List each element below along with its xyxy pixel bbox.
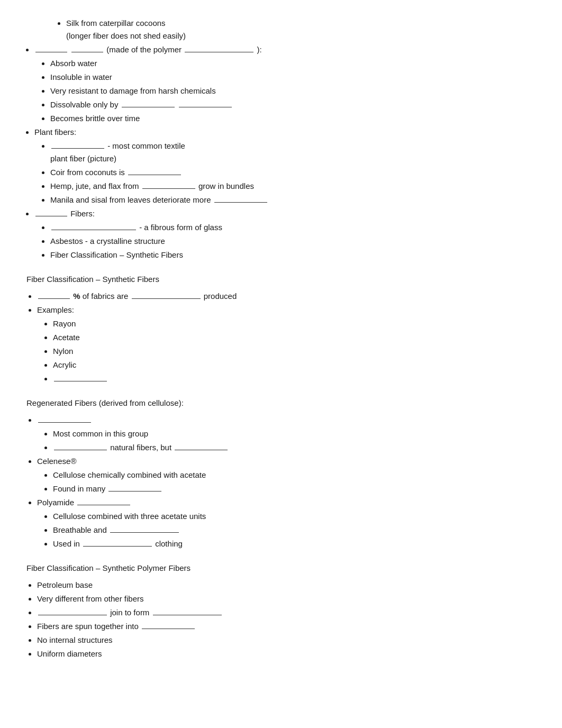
- produced-text: produced: [204, 292, 237, 301]
- natural-fibers-item: natural fibers, but: [53, 441, 536, 454]
- petroleum-base-item: Petroleum base: [37, 579, 536, 592]
- insoluble-water: Insoluble in water: [50, 71, 536, 84]
- absorb-water: Absorb water: [50, 57, 536, 70]
- examples-item: Examples: Rayon Acetate Nylon Acrylic: [37, 304, 536, 385]
- examples-sublist: Rayon Acetate Nylon Acrylic: [53, 317, 536, 385]
- mineral-fibers-item: Fibers: - a fibrous form of glass Asbest…: [34, 207, 536, 261]
- spun-together-item: Fibers are spun together into: [37, 620, 536, 633]
- rayon-item: Rayon: [53, 317, 536, 330]
- plant-fibers-item: Plant fibers: - most common textile plan…: [34, 126, 536, 206]
- silk-sublist: Silk from caterpillar cocoons (longer fi…: [50, 17, 536, 42]
- silk-item: Silk from caterpillar cocoons (longer fi…: [66, 17, 536, 42]
- join-blank2: [153, 615, 222, 615]
- polymer-blank1: [34, 45, 104, 54]
- very-different-item: Very different from other fibers: [37, 593, 536, 605]
- synthetic-fibers-list: % of fabrics are produced Examples: Rayo…: [37, 290, 536, 385]
- silk-subtext: (longer fiber does not shed easily): [66, 31, 186, 40]
- regenerated-fibers-header: Regenerated Fibers (derived from cellulo…: [26, 397, 536, 410]
- synthetic-fibers-header: Fiber Classification – Synthetic Fibers: [26, 273, 536, 286]
- no-internal-item: No internal structures: [37, 634, 536, 647]
- fiber-class-synthetic-item: Fiber Classification – Synthetic Fibers: [50, 249, 536, 261]
- produced-blank: [132, 298, 201, 299]
- polymer-fibers-list: Petroleum base Very different from other…: [37, 579, 536, 660]
- examples-text: Examples:: [37, 305, 74, 314]
- polyamide-item: Polyamide Cellulose combined with three …: [37, 496, 536, 550]
- polymer-fibers-header: Fiber Classification – Synthetic Polymer…: [26, 562, 536, 575]
- natural-blank: [54, 450, 107, 450]
- celenese-sublist: Cellulose chemically combined with aceta…: [53, 469, 536, 495]
- polymer-item: (made of the polymer ): Absorb water Ins…: [34, 43, 536, 125]
- plant-picture-text: plant fiber (picture): [50, 154, 116, 163]
- acetate-item: Acetate: [53, 331, 536, 344]
- celenese-text: Celenese®: [37, 457, 76, 466]
- uniform-diameters-item: Uniform diameters: [37, 648, 536, 660]
- hemp-item: Hemp, jute, and flax from grow in bundle…: [50, 180, 536, 193]
- natural-blank2: [175, 450, 228, 450]
- fibrous-glass-item: - a fibrous form of glass: [50, 221, 536, 234]
- regenerated-fibers-list: Most common in this group natural fibers…: [37, 414, 536, 550]
- regen-sub-sublist: Most common in this group natural fibers…: [53, 427, 536, 454]
- plant-most-common-text: - most common textile: [107, 141, 185, 150]
- becomes-brittle: Becomes brittle over time: [50, 112, 536, 125]
- plant-fibers-sublist: - most common textile plant fiber (pictu…: [50, 140, 536, 206]
- acrylic-item: Acrylic: [53, 359, 536, 371]
- polyamide-text: Polyamide: [37, 498, 76, 507]
- silk-text: Silk from caterpillar cocoons: [66, 19, 166, 28]
- dissolvable: Dissolvable only by: [50, 98, 536, 111]
- natural-text: natural fibers, but: [110, 443, 174, 452]
- found-many-item: Found in many: [53, 483, 536, 495]
- most-common-group: Most common in this group: [53, 427, 536, 440]
- silk-sub-sublist: Silk from caterpillar cocoons (longer fi…: [66, 17, 536, 42]
- nylon-item: Nylon: [53, 345, 536, 358]
- fibrous-glass-text: - a fibrous form of glass: [139, 223, 222, 232]
- polymer-sublist: Absorb water Insoluble in water Very res…: [50, 57, 536, 125]
- percent-item: % of fabrics are produced: [37, 290, 536, 303]
- regen-blank: [38, 422, 91, 423]
- fibrous-glass-blank: [51, 230, 136, 230]
- manila-item: Manila and sisal from leaves deteriorate…: [50, 194, 536, 206]
- polyamide-blank: [77, 505, 130, 505]
- regen-blank-item: Most common in this group natural fibers…: [37, 414, 536, 454]
- polyamide-sublist: Cellulose combined with three acetate un…: [53, 510, 536, 550]
- main-content-list: Silk from caterpillar cocoons (longer fi…: [34, 17, 536, 261]
- polymer-close: ):: [257, 45, 261, 54]
- mineral-fibers-text: Fibers:: [70, 209, 95, 218]
- coir-item: Coir from coconuts is: [50, 166, 536, 179]
- asbestos-item: Asbestos - a crystalline structure: [50, 235, 536, 248]
- polymer-blank2: [185, 52, 253, 52]
- plant-most-common: - most common textile plant fiber (pictu…: [50, 140, 536, 165]
- polymer-text: (made of the polymer: [106, 45, 184, 54]
- join-to-form-item: join to form: [37, 606, 536, 619]
- very-resistant: Very resistant to damage from harsh chem…: [50, 85, 536, 97]
- percent-text: % of fabrics are: [73, 292, 130, 301]
- used-in-item: Used in clothing: [53, 538, 536, 550]
- cellulose-acetate-item: Cellulose chemically combined with aceta…: [53, 469, 536, 481]
- mineral-blank: [35, 216, 67, 216]
- blank-example-item: [53, 372, 536, 385]
- plant-fibers-text: Plant fibers:: [34, 128, 76, 136]
- join-blank1: [38, 615, 107, 615]
- three-acetate-item: Cellulose combined with three acetate un…: [53, 510, 536, 523]
- mineral-fibers-sublist: - a fibrous form of glass Asbestos - a c…: [50, 221, 536, 261]
- breathable-item: Breathable and: [53, 524, 536, 536]
- join-text: join to form: [110, 608, 151, 617]
- celenese-item: Celenese® Cellulose chemically combined …: [37, 455, 536, 495]
- percent-blank: [38, 298, 70, 299]
